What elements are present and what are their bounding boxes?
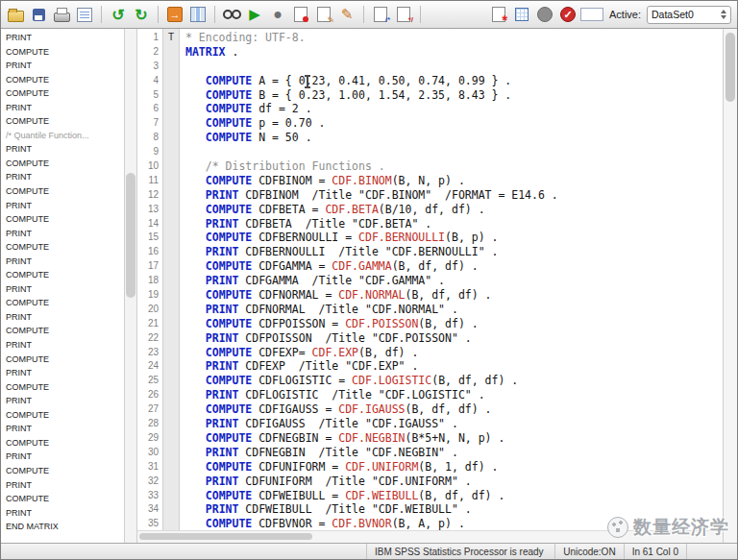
outline-item[interactable]: PRINT <box>1 199 124 213</box>
code-line[interactable]: 7 COMPUTE p = 0.70 . <box>137 116 723 131</box>
variables-icon[interactable] <box>187 4 209 25</box>
horizontal-scrollbar[interactable] <box>137 530 723 543</box>
outline-item[interactable]: PRINT <box>1 170 124 184</box>
run-selection-icon[interactable] <box>244 4 265 25</box>
code-line[interactable]: 27 COMPUTE CDFIGAUSS = CDF.IGAUSS(B, df,… <box>137 402 723 417</box>
code-line[interactable]: 15 COMPUTE CDFBERNOULLI = CDF.BERNOULLI(… <box>137 231 723 245</box>
code-line[interactable]: 35 COMPUTE CDFBVNOR = CDF.BVNOR(B, A, p)… <box>137 517 723 530</box>
code-line[interactable]: 10 /* Distribution Functions . <box>137 159 723 174</box>
code-line[interactable]: 9 <box>137 145 723 159</box>
code-line[interactable]: 31 COMPUTE CDFUNIFORM = CDF.UNIFORM(B, 1… <box>137 460 723 475</box>
code-line[interactable]: 34 PRINT CDFWEIBULL /Title "CDF.WEIBULL"… <box>137 502 723 517</box>
code-line[interactable]: 26 PRINT CDFLOGISTIC /Title "CDF.LOGISTI… <box>137 388 723 402</box>
redo-icon[interactable] <box>131 4 152 25</box>
outline-item[interactable]: /* Quantile Function... <box>1 129 124 143</box>
outline-item[interactable]: COMPUTE <box>1 324 124 338</box>
horizontal-scrollbar-thumb[interactable] <box>139 533 312 540</box>
open-icon[interactable] <box>5 4 26 25</box>
outline-item[interactable]: COMPUTE <box>1 353 124 367</box>
outline-item[interactable]: PRINT <box>1 101 124 115</box>
code-line[interactable]: 14 PRINT CDFBETA /Title "CDF.BETA" . <box>137 217 723 231</box>
code-line[interactable]: 21 COMPUTE CDFPOISSON = CDF.POISSON(B, d… <box>137 317 723 331</box>
outline-item[interactable]: COMPUTE <box>1 114 124 129</box>
code-line[interactable]: 17 COMPUTE CDFGAMMA = CDF.GAMMA(B, df, d… <box>137 259 723 274</box>
syntax-help-icon[interactable] <box>290 4 311 25</box>
outline-item[interactable]: PRINT <box>1 227 124 241</box>
outline-item[interactable]: PRINT <box>1 478 124 493</box>
outline-item[interactable]: END MATRIX <box>1 520 124 534</box>
dataset-select[interactable]: DataSet0 <box>647 6 731 24</box>
code-line[interactable]: 1T* Encoding: UTF-8. <box>137 31 723 45</box>
code-area[interactable]: 1T* Encoding: UTF-8.2MATRIX .34 COMPUTE … <box>137 29 723 530</box>
code-line[interactable]: 4 COMPUTE A = { 0.23, 0.41, 0.50, 0.74, … <box>137 74 723 88</box>
outline-item[interactable]: COMPUTE <box>1 212 124 227</box>
code-line[interactable]: 13 COMPUTE CDFBETA = CDF.BETA(B/10, df, … <box>137 203 723 217</box>
code-line[interactable]: 12 PRINT CDFBINOM /Title "CDF.BINOM" /FO… <box>137 188 723 203</box>
code-line[interactable]: 6 COMPUTE df = 2 . <box>137 102 723 116</box>
code-line[interactable]: 22 PRINT CDFPOISSON /Title "CDF.POISSON"… <box>137 331 723 346</box>
code-line[interactable]: 23 COMPUTE CDFEXP= CDF.EXP(B, df) . <box>137 346 723 360</box>
sidebar-scrollbar[interactable] <box>124 29 137 543</box>
outline-item[interactable]: PRINT <box>1 366 124 380</box>
code-line[interactable]: 16 PRINT CDFBERNOULLI /Title "CDF.BERNOU… <box>137 245 723 259</box>
outline-item[interactable]: COMPUTE <box>1 492 124 506</box>
stop-icon[interactable] <box>267 4 288 25</box>
outline-item[interactable]: COMPUTE <box>1 86 124 101</box>
edit-icon[interactable] <box>336 4 357 25</box>
status-field[interactable] <box>580 8 603 21</box>
breakpoint-icon[interactable] <box>313 4 334 25</box>
code-line[interactable]: 8 COMPUTE N = 50 . <box>137 131 723 145</box>
outline-item[interactable]: COMPUTE <box>1 73 124 87</box>
outline-item[interactable]: COMPUTE <box>1 296 124 310</box>
outline-item[interactable]: PRINT <box>1 282 124 297</box>
run-check-icon[interactable] <box>557 4 578 25</box>
goto-case-icon[interactable] <box>164 4 185 25</box>
outline-item[interactable]: COMPUTE <box>1 240 124 255</box>
outline-item[interactable]: COMPUTE <box>1 436 124 450</box>
macro-icon[interactable] <box>488 4 509 25</box>
code-line[interactable]: 29 COMPUTE CDFNEGBIN = CDF.NEGBIN(B*5+N,… <box>137 431 723 446</box>
outline-item[interactable]: PRINT <box>1 450 124 464</box>
code-line[interactable]: 28 PRINT CDFIGAUSS /Title "CDF.IGAUSS" . <box>137 417 723 431</box>
code-line[interactable]: 3 <box>137 60 723 74</box>
code-line[interactable]: 11 COMPUTE CDFBINOM = CDF.BINOM(B, N, p)… <box>137 174 723 188</box>
code-line[interactable]: 33 COMPUTE CDFWEIBULL = CDF.WEIBULL(B, d… <box>137 489 723 503</box>
find-icon[interactable] <box>221 4 242 25</box>
code-line[interactable]: 5 COMPUTE B = { 0.23, 1.00, 1.54, 2.35, … <box>137 88 723 103</box>
outline-item[interactable]: PRINT <box>1 394 124 408</box>
code-line[interactable]: 19 COMPUTE CDFNORMAL = CDF.NORMAL(B, df,… <box>137 288 723 303</box>
uncomment-icon[interactable] <box>393 4 414 25</box>
outline-item[interactable]: COMPUTE <box>1 408 124 423</box>
outline-item[interactable]: PRINT <box>1 506 124 521</box>
outline-item[interactable]: COMPUTE <box>1 45 124 60</box>
recall-dialog-icon[interactable] <box>74 4 95 25</box>
outline-item[interactable]: PRINT <box>1 338 124 353</box>
grid-icon[interactable] <box>511 4 532 25</box>
pause-icon[interactable] <box>534 4 555 25</box>
syntax-editor[interactable]: 1T* Encoding: UTF-8.2MATRIX .34 COMPUTE … <box>137 29 723 543</box>
outline-item[interactable]: PRINT <box>1 255 124 269</box>
outline-item[interactable]: PRINT <box>1 422 124 436</box>
outline-item[interactable]: COMPUTE <box>1 464 124 478</box>
code-line[interactable]: 30 PRINT CDFNEGBIN /Title "CDF.NEGBIN" . <box>137 446 723 460</box>
outline-item[interactable]: COMPUTE <box>1 268 124 282</box>
outline-item[interactable]: PRINT <box>1 59 124 73</box>
vertical-scrollbar[interactable] <box>723 29 737 543</box>
code-line[interactable]: 2MATRIX . <box>137 45 723 60</box>
outline-item[interactable]: PRINT <box>1 31 124 45</box>
print-icon[interactable] <box>51 4 72 25</box>
code-line[interactable]: 25 COMPUTE CDFLOGISTIC = CDF.LOGISTIC(B,… <box>137 374 723 388</box>
code-line[interactable]: 24 PRINT CDFEXP /Title "CDF.EXP" . <box>137 359 723 374</box>
sidebar-scrollbar-thumb[interactable] <box>126 173 135 298</box>
outline-item[interactable]: COMPUTE <box>1 184 124 199</box>
code-line[interactable]: 32 PRINT CDFUNIFORM /Title "CDF.UNIFORM"… <box>137 475 723 489</box>
outline-item[interactable]: PRINT <box>1 142 124 157</box>
outline-item[interactable]: COMPUTE <box>1 380 124 395</box>
code-line[interactable]: 18 PRINT CDFGAMMA /Title "CDF.GAMMA" . <box>137 274 723 288</box>
code-line[interactable]: 20 PRINT CDFNORMAL /Title "CDF.NORMAL" . <box>137 303 723 317</box>
outline-item[interactable]: PRINT <box>1 310 124 325</box>
save-icon[interactable] <box>28 4 49 25</box>
comment-icon[interactable] <box>370 4 391 25</box>
vertical-scrollbar-thumb[interactable] <box>726 33 735 102</box>
undo-icon[interactable] <box>108 4 129 25</box>
